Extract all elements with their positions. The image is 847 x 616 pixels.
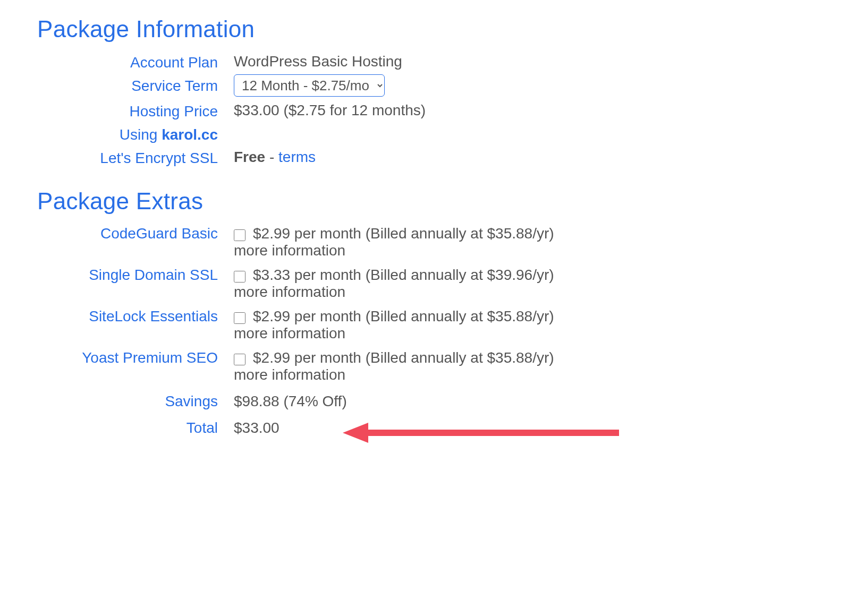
savings-value: $98.88 (74% Off) [234, 393, 810, 410]
using-domain-label: Using karol.cc [37, 125, 234, 143]
domain-name: karol.cc [162, 126, 218, 143]
extra-row: Yoast Premium SEO $2.99 per month (Bille… [37, 349, 810, 383]
total-row: Total $33.00 [37, 420, 810, 437]
ssl-free-text: Free [234, 149, 265, 165]
hosting-price-label: Hosting Price [37, 102, 234, 120]
savings-label: Savings [37, 393, 234, 410]
extra-checkbox-yoast[interactable] [234, 354, 245, 365]
extra-label: SiteLock Essentials [37, 308, 234, 325]
extra-label: Single Domain SSL [37, 267, 234, 284]
package-information-heading: Package Information [37, 16, 810, 42]
total-value: $33.00 [234, 420, 810, 437]
extra-row: SiteLock Essentials $2.99 per month (Bil… [37, 308, 810, 342]
using-prefix: Using [120, 126, 162, 143]
more-information-link[interactable]: more information [234, 325, 345, 341]
ssl-dash: - [265, 149, 278, 165]
ssl-row: Let's Encrypt SSL Free - terms [37, 149, 810, 167]
hosting-price-row: Hosting Price $33.00 ($2.75 for 12 month… [37, 102, 810, 120]
extra-checkbox-single-domain-ssl[interactable] [234, 271, 245, 283]
extra-checkbox-codeguard[interactable] [234, 229, 245, 241]
ssl-terms-link[interactable]: terms [278, 149, 316, 165]
using-domain-row: Using karol.cc [37, 125, 810, 143]
extra-price: $2.99 per month (Billed annually at $35.… [253, 308, 554, 325]
extra-price: $2.99 per month (Billed annually at $35.… [253, 225, 554, 242]
extra-checkbox-sitelock[interactable] [234, 312, 245, 324]
extra-row: CodeGuard Basic $2.99 per month (Billed … [37, 225, 810, 259]
extra-row: Single Domain SSL $3.33 per month (Bille… [37, 267, 810, 301]
account-plan-value: WordPress Basic Hosting [234, 53, 810, 70]
extra-price: $3.33 per month (Billed annually at $39.… [253, 267, 554, 284]
more-information-link[interactable]: more information [234, 284, 345, 300]
extra-label: Yoast Premium SEO [37, 349, 234, 366]
savings-row: Savings $98.88 (74% Off) [37, 393, 810, 410]
extra-label: CodeGuard Basic [37, 225, 234, 242]
hosting-price-value: $33.00 ($2.75 for 12 months) [234, 102, 810, 119]
account-plan-label: Account Plan [37, 53, 234, 71]
extra-price: $2.99 per month (Billed annually at $35.… [253, 349, 554, 366]
service-term-select[interactable]: 12 Month - $2.75/mo [234, 74, 385, 97]
service-term-row: Service Term 12 Month - $2.75/mo [37, 76, 810, 97]
more-information-link[interactable]: more information [234, 366, 345, 383]
package-extras-heading: Package Extras [37, 188, 810, 215]
service-term-label: Service Term [37, 76, 234, 95]
ssl-label: Let's Encrypt SSL [37, 149, 234, 167]
account-plan-row: Account Plan WordPress Basic Hosting [37, 53, 810, 71]
more-information-link[interactable]: more information [234, 242, 345, 259]
total-label: Total [37, 420, 234, 437]
